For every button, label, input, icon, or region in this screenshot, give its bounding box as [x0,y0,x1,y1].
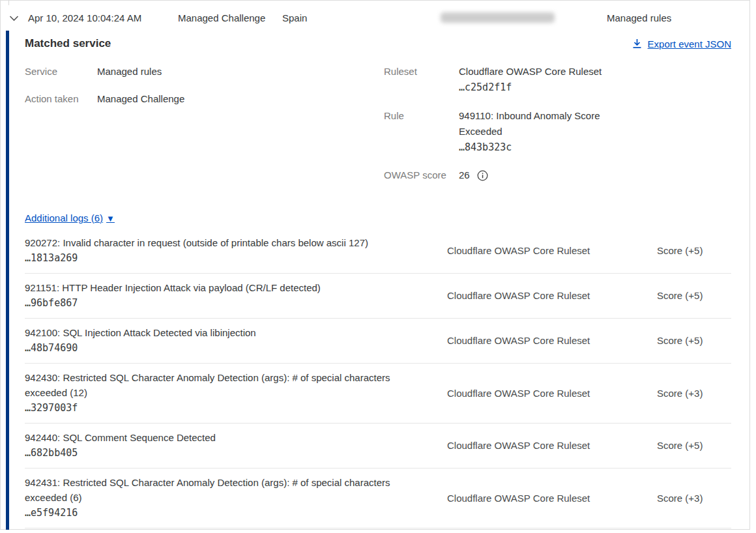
log-rule-title: 942431: Restricted SQL Character Anomaly… [25,475,424,505]
expanded-row-accent-bar [6,31,9,530]
export-event-json-label: Export event JSON [648,38,731,50]
log-rule-id: …1813a269 [25,250,424,266]
log-rule-title: 942430: Restricted SQL Character Anomaly… [25,370,424,400]
export-event-json-link[interactable]: Export event JSON [632,38,731,50]
download-icon [632,38,642,49]
service-value: Managed rules [97,64,162,79]
log-row: 920272: Invalid character in request (ou… [25,229,731,274]
log-score: Score (+5) [657,245,731,256]
additional-logs-list: 920272: Invalid character in request (ou… [25,229,731,528]
rule-id: …843b323c [459,139,615,155]
event-summary-row[interactable]: Apr 10, 2024 10:04:24 AM Managed Challen… [1,1,749,31]
matched-service-left-column: Service Managed rules Action taken Manag… [25,64,384,195]
rule-value: 949110: Inbound Anomaly Score Exceeded [459,108,615,139]
log-ruleset: Cloudflare OWASP Core Ruleset [424,290,657,301]
log-rule-id: …48b74690 [25,340,424,356]
log-rule-id: …e5f94216 [25,505,424,521]
owasp-score-value: 26 [459,167,470,183]
additional-logs-toggle[interactable]: Additional logs (6) ▼ [25,212,115,223]
log-rule-title: 920272: Invalid character in request (ou… [25,235,424,250]
log-rule-title: 942440: SQL Comment Sequence Detected [25,430,424,445]
event-detail-panel: Apr 10, 2024 10:04:24 AM Managed Challen… [0,0,750,530]
action-taken-label: Action taken [25,91,97,107]
log-ruleset: Cloudflare OWASP Core Ruleset [424,440,657,451]
log-score: Score (+3) [657,388,731,399]
triangle-down-icon: ▼ [106,214,115,223]
log-ruleset: Cloudflare OWASP Core Ruleset [424,388,657,399]
event-action-taken: Managed Challenge [178,12,265,23]
event-country: Spain [282,12,307,23]
redacted-value [441,12,555,23]
action-taken-field: Action taken Managed Challenge [25,91,384,107]
action-taken-value: Managed Challenge [97,91,184,107]
event-service: Managed rules [607,12,671,23]
log-rule-title: 942100: SQL Injection Attack Detected vi… [25,325,424,340]
log-row: 942430: Restricted SQL Character Anomaly… [25,364,731,424]
log-ruleset: Cloudflare OWASP Core Ruleset [424,493,657,504]
rule-label: Rule [384,108,459,155]
matched-service-right-column: Ruleset Cloudflare OWASP Core Ruleset …c… [384,64,731,195]
owasp-score-label: OWASP score [384,167,459,183]
log-row: 942100: SQL Injection Attack Detected vi… [25,319,731,364]
log-score: Score (+5) [657,335,731,346]
log-row: 942440: SQL Comment Sequence Detected …6… [25,424,731,468]
service-label: Service [25,64,97,79]
additional-logs-label: Additional logs (6) [25,212,103,223]
log-ruleset: Cloudflare OWASP Core Ruleset [424,335,657,346]
log-row: 921151: HTTP Header Injection Attack via… [25,274,731,319]
event-timestamp: Apr 10, 2024 10:04:24 AM [28,12,141,23]
matched-service-heading: Matched service [25,37,111,50]
service-field: Service Managed rules [25,64,384,79]
log-score: Score (+5) [657,290,731,301]
owasp-score-field: OWASP score 26 [384,167,731,183]
log-rule-id: …3297003f [25,400,424,416]
log-score: Score (+5) [657,440,731,451]
log-rule-title: 921151: HTTP Header Injection Attack via… [25,280,424,295]
ruleset-field: Ruleset Cloudflare OWASP Core Ruleset …c… [384,64,731,95]
ruleset-id: …c25d2f1f [459,79,602,95]
log-rule-id: …682bb405 [25,445,424,461]
chevron-down-icon[interactable] [9,12,19,23]
rule-field: Rule 949110: Inbound Anomaly Score Excee… [384,108,731,155]
info-icon[interactable] [477,170,488,181]
log-rule-id: …96bfe867 [25,295,424,311]
log-score: Score (+3) [657,493,731,504]
event-detail-expanded: Matched service Export event JSON Servic… [1,31,749,528]
log-row: 942431: Restricted SQL Character Anomaly… [25,468,731,528]
log-ruleset: Cloudflare OWASP Core Ruleset [424,245,657,256]
ruleset-label: Ruleset [384,64,459,95]
ruleset-value: Cloudflare OWASP Core Ruleset [459,64,602,79]
